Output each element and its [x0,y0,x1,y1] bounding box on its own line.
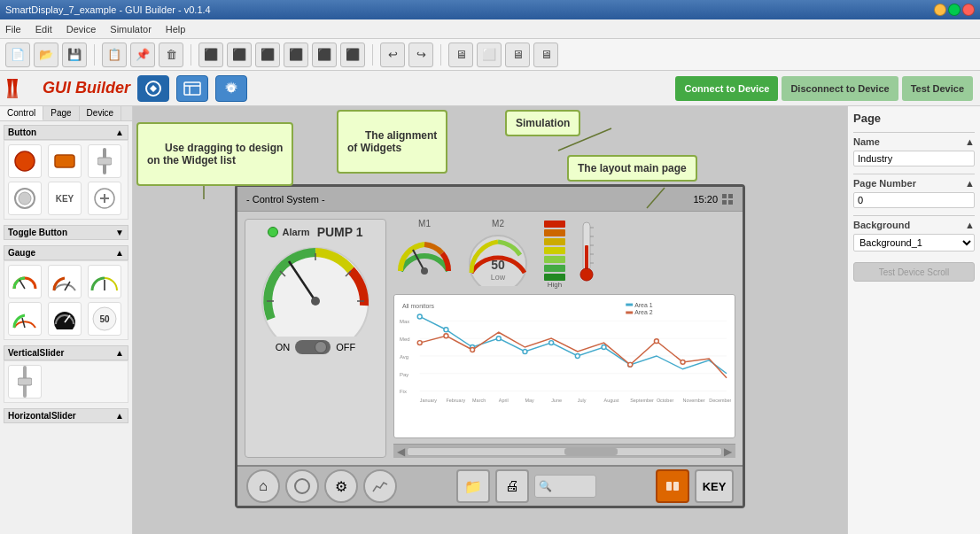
vslider-widget[interactable] [8,365,42,399]
toggle-knob [315,341,327,353]
disconnect-device-btn[interactable]: Disconnect to Device [782,76,898,101]
ww-logo-icon [7,79,39,98]
name-input[interactable] [853,151,975,166]
key-btn-label: KEY [56,194,74,204]
power-footer-btn[interactable] [656,469,689,503]
key-button-widget[interactable]: KEY [48,182,82,215]
svg-rect-89 [626,311,633,313]
svg-text:Med: Med [400,337,410,342]
screen-scrollbar[interactable]: ◀ ▶ [393,444,735,458]
align-center-btn[interactable]: ⬛ [227,43,252,67]
gauge-section-header[interactable]: Gauge ▲ [4,245,128,260]
background-select[interactable]: Background_1 Background_2 [853,234,975,252]
m2-value: 50 [491,258,505,272]
page-number-input[interactable] [853,192,975,208]
gauge-widget-5[interactable] [48,302,82,336]
gauge-widget-2[interactable] [48,265,82,298]
round-button-widget[interactable] [8,144,42,178]
redo-btn[interactable]: ↪ [408,43,433,67]
window-controls [934,4,975,16]
scroll-track[interactable] [407,447,722,456]
chart-footer-btn[interactable] [363,469,397,503]
scroll-left-btn[interactable]: ◀ [397,445,405,458]
m1-label: M1 [418,219,431,228]
test-device-btn[interactable]: Test Device [902,76,973,101]
gauge-widget-3[interactable] [88,265,121,298]
key-footer-btn[interactable]: KEY [695,469,734,503]
screen-wrapper: - Control System - 15:20 [235,184,745,508]
circle-button-widget[interactable] [8,182,42,215]
toolbar-sep2 [191,44,191,66]
screen-time: 15:20 [693,194,718,205]
sidebar-tabs: Control Page Device [0,106,132,121]
menu-device[interactable]: Device [66,24,97,35]
delete-btn[interactable]: 🗑 [159,43,183,67]
close-btn[interactable] [962,4,975,16]
scroll-right-btn[interactable]: ▶ [724,445,732,458]
test-device-scroll-btn[interactable]: Test Device Scroll [853,262,975,282]
new-btn[interactable]: 📄 [5,43,30,67]
panel-pagenum-header[interactable]: Page Number ▲ [853,178,975,189]
search-field[interactable]: 🔍 [534,475,596,498]
gauge-widget-6[interactable]: 50 [88,302,121,336]
main-gauge-svg [253,239,377,337]
toggle-switch[interactable] [295,340,331,354]
svg-point-86 [654,339,658,344]
panel-name-header[interactable]: Name ▲ [853,136,975,147]
toolbar-sep4 [440,44,441,66]
vslider-section-header[interactable]: VerticalSlider ▲ [4,345,128,360]
print-footer-btn[interactable]: 🖨 [495,469,529,503]
screen1-btn[interactable]: 🖥 [505,43,530,67]
toggle-section-header[interactable]: Toggle Button ▼ [4,225,128,240]
circle-footer-btn[interactable] [285,469,319,503]
gauge-icon-4 [11,308,39,329]
copy-btn[interactable]: 📋 [102,43,127,67]
align-right-btn[interactable]: ⬛ [255,43,280,67]
monitor-btn[interactable]: 🖥 [448,43,473,67]
align-bottom-btn[interactable]: ⬛ [312,43,337,67]
tab-page[interactable]: Page [43,106,79,120]
tab-control[interactable]: Control [0,106,43,120]
align-top-btn[interactable]: ⬛ [284,43,308,67]
folder-footer-btn[interactable]: 📁 [456,469,490,503]
svg-point-102 [295,479,309,493]
settings-btn[interactable] [215,75,247,102]
widget-list-btn[interactable] [137,75,169,102]
hslider-section-header[interactable]: HorizontalSlider ▲ [4,408,128,423]
menu-edit[interactable]: Edit [35,24,52,35]
open-btn[interactable]: 📂 [34,43,58,67]
gauge-widget-1[interactable] [8,265,42,298]
button-section-header[interactable]: Button ▲ [4,125,128,140]
svg-text:August: August [604,398,619,403]
align-left-btn[interactable]: ⬛ [198,43,223,67]
undo-btn[interactable]: ↩ [380,43,405,67]
screen2-btn[interactable]: 🖥 [533,43,558,67]
preview-btn[interactable]: ⬜ [477,43,502,67]
scroll-thumb[interactable] [564,448,618,455]
menu-simulator[interactable]: Simulator [110,24,151,35]
svg-rect-33 [728,194,733,198]
gauge-section: Gauge ▲ [4,245,128,340]
save-btn[interactable]: 💾 [62,43,87,67]
connect-device-btn[interactable]: Connect to Device [675,76,778,101]
settings-footer-btn[interactable]: ⚙ [324,469,358,503]
menu-help[interactable]: Help [166,24,186,35]
menu-file[interactable]: File [5,24,21,35]
maximize-btn[interactable] [948,4,961,16]
plus-button-widget[interactable] [88,182,121,215]
distribute-btn[interactable]: ⬛ [340,43,365,67]
tab-device[interactable]: Device [80,106,122,120]
svg-text:All monitors: All monitors [402,303,435,309]
svg-line-21 [22,318,25,328]
m1-gauge-svg [393,228,455,277]
layout-btn[interactable] [176,75,208,102]
minimize-btn[interactable] [934,4,946,16]
paste-btn[interactable]: 📌 [130,43,155,67]
gauge-widget-grid: 50 [4,260,128,340]
gauge-widget-4[interactable] [8,302,42,336]
orange-button-widget[interactable] [48,144,82,178]
home-footer-btn[interactable]: ⌂ [246,469,280,503]
panel-bg-header[interactable]: Background ▲ [853,220,975,230]
svg-text:May: May [525,398,534,403]
slider-button-widget[interactable] [88,144,121,178]
